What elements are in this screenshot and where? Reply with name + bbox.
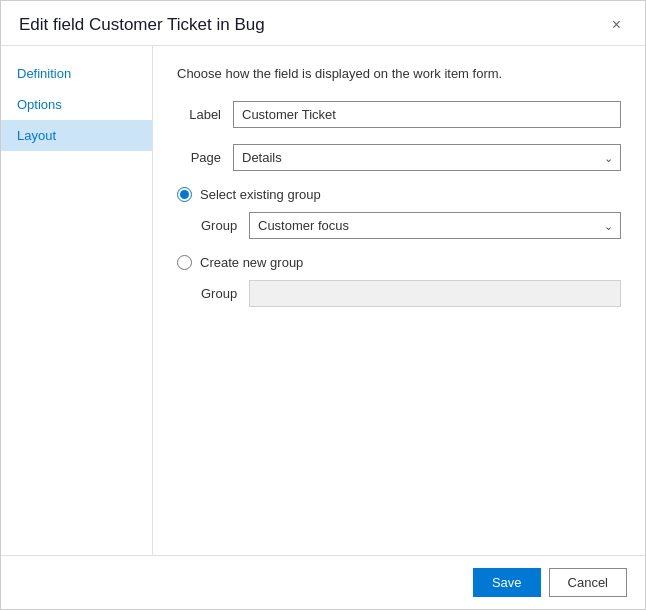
group-select-wrapper: Customer focus Development Testing ⌄ [249,212,621,239]
page-field-label: Page [177,150,233,165]
select-existing-radio[interactable] [177,187,192,202]
sidebar: Definition Options Layout [1,46,153,555]
new-group-label: Group [201,286,249,301]
existing-group-row: Group Customer focus Development Testing… [201,212,621,239]
dialog-footer: Save Cancel [1,555,645,609]
create-new-label[interactable]: Create new group [200,255,303,270]
create-new-radio[interactable] [177,255,192,270]
label-input[interactable] [233,101,621,128]
select-existing-section: Select existing group Group Customer foc… [177,187,621,239]
page-select-wrapper: Details Planning Classification ⌄ [233,144,621,171]
create-new-section: Create new group Group [177,255,621,307]
dialog-header: Edit field Customer Ticket in Bug × [1,1,645,46]
group-select[interactable]: Customer focus Development Testing [249,212,621,239]
page-select[interactable]: Details Planning Classification [233,144,621,171]
select-existing-label[interactable]: Select existing group [200,187,321,202]
new-group-row: Group [201,280,621,307]
label-field-label: Label [177,107,233,122]
cancel-button[interactable]: Cancel [549,568,627,597]
dialog-body: Definition Options Layout Choose how the… [1,46,645,555]
new-group-input [249,280,621,307]
select-existing-row: Select existing group [177,187,621,202]
main-content: Choose how the field is displayed on the… [153,46,645,555]
close-button[interactable]: × [606,15,627,35]
create-new-row: Create new group [177,255,621,270]
form-description: Choose how the field is displayed on the… [177,66,621,81]
dialog-title: Edit field Customer Ticket in Bug [19,15,265,35]
sidebar-item-options[interactable]: Options [1,89,152,120]
existing-group-label: Group [201,218,249,233]
label-field-control [233,101,621,128]
label-row: Label [177,101,621,128]
page-row: Page Details Planning Classification ⌄ [177,144,621,171]
save-button[interactable]: Save [473,568,541,597]
sidebar-item-layout[interactable]: Layout [1,120,152,151]
sidebar-item-definition[interactable]: Definition [1,58,152,89]
edit-field-dialog: Edit field Customer Ticket in Bug × Defi… [0,0,646,610]
